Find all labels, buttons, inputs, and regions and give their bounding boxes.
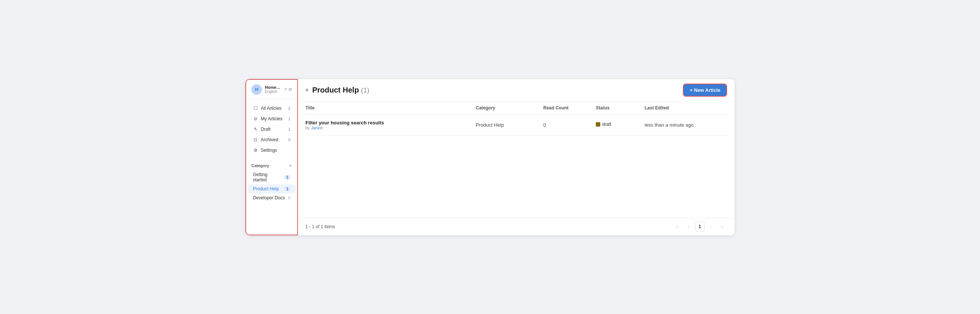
category-item-getting-started[interactable]: Getting started 1 bbox=[248, 170, 296, 184]
article-category: Product Help bbox=[476, 122, 543, 128]
sidebar-header: H Home rental ... English ↗ ⇄ bbox=[246, 80, 297, 100]
sidebar-count-my-articles: 1 bbox=[288, 117, 290, 121]
workspace-name: Home rental ... bbox=[265, 85, 281, 90]
category-section-title: Category bbox=[251, 163, 269, 168]
article-author: by Janice bbox=[305, 125, 476, 130]
draft-icon: ✎ bbox=[253, 127, 258, 132]
category-section-header: Category + bbox=[246, 159, 297, 170]
cat-label-getting-started: Getting started bbox=[253, 172, 282, 182]
sidebar-label-settings: Settings bbox=[261, 147, 290, 153]
cat-label-product-help: Product Help bbox=[253, 186, 282, 192]
new-article-button[interactable]: + New Article bbox=[683, 84, 727, 97]
first-page-button[interactable]: « bbox=[672, 222, 682, 232]
cat-count-product-help: 1 bbox=[285, 187, 290, 191]
sidebar-nav: ☐ All Articles 2 ⊘ My Articles 1 ✎ Draft… bbox=[246, 100, 297, 159]
prev-page-button[interactable]: ‹ bbox=[684, 222, 694, 232]
sidebar-count-all-articles: 2 bbox=[288, 106, 290, 111]
next-page-button[interactable]: › bbox=[706, 222, 716, 232]
category-item-developer-docs[interactable]: Developer Docs 0 bbox=[248, 193, 296, 202]
article-info: Filter your housing search results by Ja… bbox=[305, 120, 476, 130]
category-list: Getting started 1 Product Help 1 Develop… bbox=[246, 170, 297, 202]
th-category: Category bbox=[476, 105, 543, 111]
current-page-button[interactable]: 1 bbox=[695, 222, 705, 232]
sidebar: H Home rental ... English ↗ ⇄ ☐ All Arti… bbox=[245, 79, 298, 235]
menu-icon[interactable]: ≡ bbox=[305, 87, 309, 93]
sidebar-item-draft[interactable]: ✎ Draft 1 bbox=[248, 124, 296, 134]
sidebar-count-draft: 1 bbox=[288, 127, 290, 132]
table-row: Filter your housing search results by Ja… bbox=[305, 115, 727, 136]
table-body: Filter your housing search results by Ja… bbox=[305, 115, 727, 136]
all-articles-icon: ☐ bbox=[253, 106, 258, 111]
article-last-edited: less than a minute ago bbox=[644, 122, 727, 128]
page-title-count: (1) bbox=[361, 87, 369, 94]
settings-icon: ⚙ bbox=[253, 147, 258, 153]
page-title: Product Help (1) bbox=[312, 86, 369, 94]
cat-count-getting-started: 1 bbox=[285, 175, 290, 179]
cat-count-developer-docs: 0 bbox=[288, 196, 290, 200]
th-read-count: Read Count bbox=[543, 105, 596, 111]
page-title-text: Product Help bbox=[312, 86, 359, 94]
app-container: H Home rental ... English ↗ ⇄ ☐ All Arti… bbox=[245, 79, 735, 236]
cat-label-developer-docs: Developer Docs bbox=[253, 195, 286, 200]
main-content: ≡ Product Help (1) + New Article Title C… bbox=[298, 79, 735, 235]
sidebar-item-all-articles[interactable]: ☐ All Articles 2 bbox=[248, 103, 296, 113]
my-articles-icon: ⊘ bbox=[253, 116, 258, 121]
items-count: 1 - 1 of 1 items bbox=[305, 224, 335, 229]
th-status: Status bbox=[596, 105, 644, 111]
topbar-left: ≡ Product Help (1) bbox=[305, 86, 369, 94]
refresh-icon[interactable]: ⇄ bbox=[288, 87, 292, 92]
avatar: H bbox=[251, 84, 262, 95]
pagination: « ‹ 1 › » bbox=[672, 222, 727, 232]
sidebar-item-my-articles[interactable]: ⊘ My Articles 1 bbox=[248, 114, 296, 124]
header-icons: ↗ ⇄ bbox=[284, 87, 292, 92]
table-header: Title Category Read Count Status Last Ed… bbox=[305, 101, 727, 115]
article-status: draft bbox=[596, 122, 644, 128]
status-dot bbox=[596, 122, 600, 127]
sidebar-label-my-articles: My Articles bbox=[261, 116, 286, 121]
status-label: draft bbox=[602, 122, 611, 127]
last-page-button[interactable]: » bbox=[718, 222, 727, 232]
sidebar-label-all-articles: All Articles bbox=[261, 106, 286, 111]
th-title: Title bbox=[305, 105, 476, 111]
category-item-product-help[interactable]: Product Help 1 bbox=[248, 184, 296, 193]
author-name: Janice bbox=[311, 125, 323, 130]
sidebar-label-draft: Draft bbox=[261, 127, 286, 132]
article-read-count: 0 bbox=[543, 122, 596, 128]
table-area: Title Category Read Count Status Last Ed… bbox=[298, 101, 735, 218]
sidebar-item-archived[interactable]: ⊡ Archived 0 bbox=[248, 135, 296, 144]
workspace-info: Home rental ... English bbox=[265, 85, 281, 94]
sidebar-count-archived: 0 bbox=[288, 138, 290, 142]
external-link-icon[interactable]: ↗ bbox=[284, 87, 287, 92]
archived-icon: ⊡ bbox=[253, 137, 258, 143]
add-category-button[interactable]: + bbox=[289, 163, 292, 169]
table-footer: 1 - 1 of 1 items « ‹ 1 › » bbox=[298, 218, 735, 235]
article-title[interactable]: Filter your housing search results bbox=[305, 120, 476, 125]
workspace-lang: English bbox=[265, 90, 281, 94]
sidebar-label-archived: Archived bbox=[261, 137, 286, 143]
th-last-edited: Last Edited bbox=[644, 105, 727, 111]
sidebar-item-settings[interactable]: ⚙ Settings bbox=[248, 145, 296, 155]
topbar: ≡ Product Help (1) + New Article bbox=[298, 79, 735, 101]
